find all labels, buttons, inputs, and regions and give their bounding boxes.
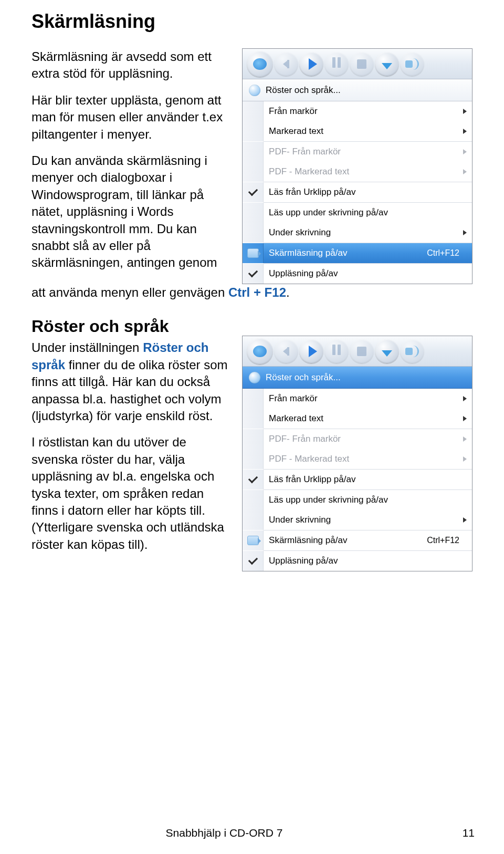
menu-item-pdf-from-cursor: PDF- Från markör [243, 142, 472, 162]
submenu-arrow-icon [463, 436, 467, 442]
submenu-arrow-icon [463, 129, 467, 134]
download-button[interactable] [375, 52, 399, 76]
menu-item-marked-text[interactable]: Markerad text [243, 121, 472, 141]
menu-item-while-typing[interactable]: Under skrivning [243, 510, 472, 530]
menu-item-label: Läs från Urklipp på/av [269, 474, 467, 485]
speak-button[interactable] [247, 51, 273, 77]
check-icon [248, 186, 257, 196]
menu-item-label: Uppläsning på/av [269, 268, 467, 279]
bottom-section: Röster och språk Under inställningen Rös… [32, 310, 472, 571]
menu-item-shortcut: Ctrl+F12 [427, 248, 459, 258]
stop-button[interactable] [350, 52, 374, 76]
menu-item-reading-toggle[interactable]: Uppläsning på/av [243, 551, 472, 571]
section-title-voices: Röster och språk [32, 317, 230, 336]
play-button[interactable] [299, 52, 323, 76]
menu-item-label: Uppläsning på/av [269, 556, 467, 566]
menu-item-pdf-from-cursor: PDF- Från markör [243, 429, 472, 449]
menu-panel-1: Röster och språk... Från markör Markerad… [242, 48, 472, 284]
menu-header-label: Röster och språk... [266, 372, 341, 383]
menu-item-screen-reading[interactable]: Skärmläsning på/av Ctrl+F12 [243, 243, 472, 263]
top-section: Skärmläsning är avsedd som ett extra stö… [32, 48, 472, 284]
voices-icon [249, 372, 260, 383]
stop-button[interactable] [350, 339, 374, 363]
voices-icon [249, 85, 260, 96]
submenu-arrow-icon [463, 456, 467, 462]
submenu-arrow-icon [463, 416, 467, 421]
menu-item-pdf-marked-text: PDF - Markerad text [243, 449, 472, 469]
intro-paragraph-1: Skärmläsning är avsedd som ett extra stö… [32, 48, 230, 82]
intro-paragraph-3b: att använda menyn eller genvägen Ctrl + … [32, 284, 472, 301]
menu-header-selected[interactable]: Röster och språk... [243, 367, 472, 389]
prev-button[interactable] [274, 339, 298, 363]
menu-item-label: PDF- Från markör [269, 434, 463, 444]
screen-reading-icon [247, 536, 259, 545]
menu-item-pdf-marked-text: PDF - Markerad text [243, 162, 472, 182]
speak-button[interactable] [247, 338, 273, 364]
submenu-arrow-icon [463, 517, 467, 523]
menu-item-label: Från markör [269, 393, 463, 404]
page-footer: Snabbhjälp i CD-ORD 7 11 [0, 827, 504, 839]
menu-item-label: Markerad text [269, 413, 463, 424]
intro-paragraph-2: Här blir texter upplästa, genom att man … [32, 92, 230, 143]
menu-item-label: Från markör [269, 106, 463, 117]
screen-reading-icon [247, 248, 259, 258]
menu-item-label: Under skrivning [269, 227, 463, 238]
speaker-button[interactable] [400, 52, 424, 76]
voices-paragraph-1: Under inställningen Röster och språk fin… [32, 339, 230, 424]
menu-item-label: Läs upp under skrivning på/av [269, 207, 467, 218]
check-icon [248, 268, 257, 277]
submenu-arrow-icon [463, 396, 467, 401]
submenu-arrow-icon [463, 230, 467, 235]
menu-item-label: PDF- Från markör [269, 147, 463, 157]
pause-button[interactable] [324, 339, 349, 363]
page-title: Skärmläsning [32, 11, 472, 33]
menu-item-while-typing[interactable]: Under skrivning [243, 223, 472, 243]
menu-item-read-while-typing[interactable]: Läs upp under skrivning på/av [243, 203, 472, 223]
menu-header-label: Röster och språk... [266, 85, 341, 96]
menu-item-label: PDF - Markerad text [269, 166, 463, 177]
menu-item-marked-text[interactable]: Markerad text [243, 409, 472, 429]
menu-item-label: Läs från Urklipp på/av [269, 187, 467, 197]
menu-item-read-clipboard[interactable]: Läs från Urklipp på/av [243, 470, 472, 490]
play-button[interactable] [299, 339, 323, 363]
menu-panel-2: Röster och språk... Från markör Markerad… [242, 336, 472, 571]
check-icon [248, 474, 257, 483]
menu-item-screen-reading[interactable]: Skärmläsning på/av Ctrl+F12 [243, 530, 472, 550]
menu-item-from-cursor[interactable]: Från markör [243, 389, 472, 409]
pause-button[interactable] [324, 52, 349, 76]
menu-item-shortcut: Ctrl+F12 [427, 536, 459, 545]
speaker-button[interactable] [400, 339, 424, 363]
menu-item-label: Markerad text [269, 126, 463, 137]
menu-item-label: Läs upp under skrivning på/av [269, 495, 467, 505]
submenu-arrow-icon [463, 109, 467, 114]
menu-item-label: Under skrivning [269, 515, 463, 525]
intro-paragraph-3a: Du kan använda skärmläsning i menyer och… [32, 152, 230, 272]
shortcut-highlight: Ctrl + F12 [228, 285, 286, 299]
footer-text: Snabbhjälp i CD-ORD 7 [0, 827, 448, 839]
menu-item-label: Skärmläsning på/av [269, 248, 427, 258]
menu-item-read-clipboard[interactable]: Läs från Urklipp på/av [243, 182, 472, 202]
menu-item-read-while-typing[interactable]: Läs upp under skrivning på/av [243, 490, 472, 510]
menu-item-from-cursor[interactable]: Från markör [243, 101, 472, 121]
voices-paragraph-2: I röstlistan kan du utöver de svenska rö… [32, 434, 230, 553]
menu-item-label: PDF - Markerad text [269, 454, 463, 464]
footer-page-number: 11 [448, 827, 475, 839]
menu-item-reading-toggle[interactable]: Uppläsning på/av [243, 264, 472, 284]
menu-item-label: Skärmläsning på/av [269, 535, 427, 546]
submenu-arrow-icon [463, 169, 467, 174]
prev-button[interactable] [274, 52, 298, 76]
check-icon [248, 555, 257, 565]
menu-header[interactable]: Röster och språk... [243, 79, 472, 101]
download-button[interactable] [375, 339, 399, 363]
menu-toolbar [243, 336, 472, 367]
submenu-arrow-icon [463, 149, 467, 154]
menu-toolbar [243, 49, 472, 79]
